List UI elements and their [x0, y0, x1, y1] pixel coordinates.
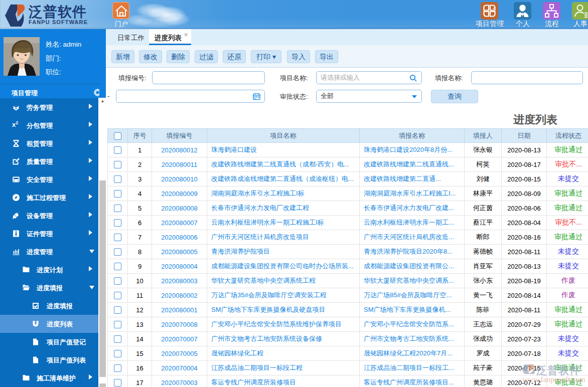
svg-text:www.fanpusoft.com: www.fanpusoft.com: [522, 375, 585, 383]
svg-text:泛普软件: 泛普软件: [536, 364, 580, 376]
